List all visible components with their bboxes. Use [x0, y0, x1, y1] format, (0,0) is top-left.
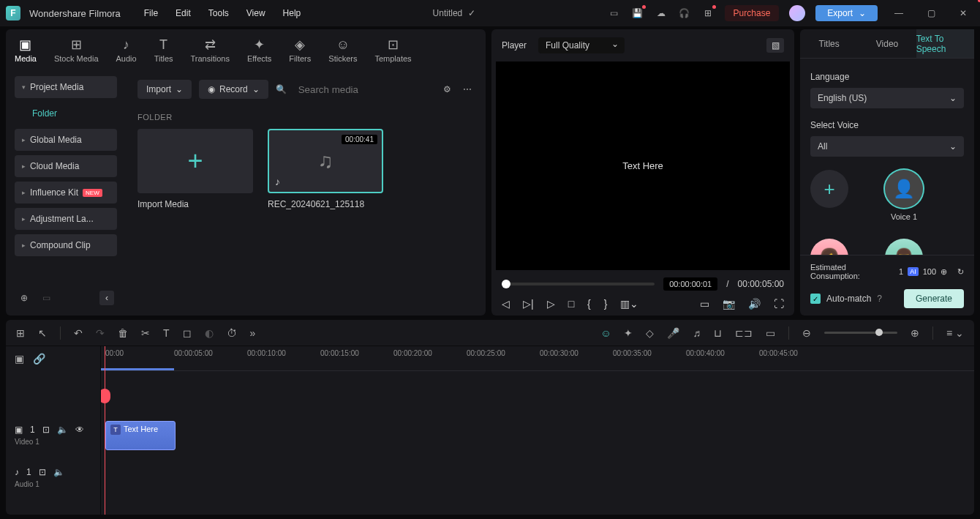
- maximize-button[interactable]: ▢: [920, 2, 942, 24]
- export-button[interactable]: Export⌄: [815, 5, 878, 21]
- save-icon[interactable]: 💾: [631, 7, 644, 20]
- rp-tab-video[interactable]: Video: [858, 29, 916, 58]
- time-ruler[interactable]: 00:00 00:00:05:00 00:00:10:00 00:00:15:0…: [101, 346, 974, 371]
- tl-color-icon[interactable]: ◐: [205, 327, 214, 339]
- tab-filters[interactable]: ◈Filters: [289, 37, 311, 63]
- zoom-slider[interactable]: [824, 332, 897, 334]
- tl-cut-icon[interactable]: ✂: [141, 327, 150, 339]
- cloud-upload-icon[interactable]: ☁: [655, 7, 668, 20]
- track-head-audio-1[interactable]: ♪1⊡🔈 Audio 1: [6, 456, 100, 499]
- tl-caption-icon[interactable]: ▭: [766, 327, 775, 339]
- sidebar-item-adjustment-layer[interactable]: ▸Adjustment La...: [15, 208, 117, 230]
- automatch-checkbox[interactable]: ✓: [810, 294, 821, 304]
- sidebar-item-influence-kit[interactable]: ▸Influence KitNEW: [15, 182, 117, 204]
- mark-in-button[interactable]: {: [587, 298, 591, 310]
- display-icon[interactable]: ▭: [700, 298, 709, 310]
- tab-transitions[interactable]: ⇄Transitions: [191, 37, 230, 63]
- tl-link-icon[interactable]: ⊏⊐: [735, 327, 753, 339]
- purchase-button[interactable]: Purchase: [725, 5, 780, 21]
- prev-frame-button[interactable]: ◁: [502, 298, 510, 310]
- cloud-sync-icon[interactable]: ✓: [468, 8, 475, 18]
- sidebar-item-project-media[interactable]: ▾Project Media: [15, 76, 117, 98]
- headset-icon[interactable]: 🎧: [678, 7, 691, 20]
- import-media-card[interactable]: + Import Media: [137, 129, 253, 209]
- tab-templates[interactable]: ⊡Templates: [374, 37, 411, 63]
- import-button[interactable]: Import⌄: [137, 80, 192, 99]
- generate-button[interactable]: Generate: [904, 289, 964, 308]
- tab-effects[interactable]: ✦Effects: [247, 37, 271, 63]
- tl-effects-icon[interactable]: ✦: [624, 327, 633, 339]
- close-button[interactable]: ✕: [952, 2, 974, 24]
- tab-stock-media[interactable]: ⊞Stock Media: [54, 37, 99, 63]
- audio-track-1[interactable]: [101, 456, 974, 499]
- tl-more-icon[interactable]: »: [250, 327, 256, 339]
- more-icon[interactable]: ⋯: [461, 83, 474, 96]
- tl-text-icon[interactable]: T: [163, 327, 170, 339]
- refresh-icon[interactable]: ↻: [957, 267, 964, 277]
- add-credits-icon[interactable]: ⊕: [941, 267, 947, 277]
- menu-edit[interactable]: Edit: [176, 8, 191, 18]
- tl-music-icon[interactable]: ♬: [693, 327, 701, 339]
- sidebar-item-global-media[interactable]: ▸Global Media: [15, 129, 117, 151]
- tab-stickers[interactable]: ☺Stickers: [328, 37, 357, 63]
- menu-file[interactable]: File: [144, 8, 158, 18]
- sidebar-item-cloud-media[interactable]: ▸Cloud Media: [15, 155, 117, 177]
- voice-jason[interactable]: 👨Jason: [885, 239, 923, 255]
- rp-tab-tts[interactable]: Text To Speech: [916, 29, 974, 58]
- preview-canvas[interactable]: Text Here: [496, 61, 790, 270]
- tl-snap-icon[interactable]: ▣: [15, 353, 24, 365]
- menu-help[interactable]: Help: [283, 8, 301, 18]
- tab-titles[interactable]: TTitles: [154, 37, 173, 63]
- track-head-video-1[interactable]: ▣1⊡🔈👁 Video 1: [6, 414, 100, 456]
- screen-icon[interactable]: ▭: [608, 7, 621, 20]
- minimize-button[interactable]: —: [888, 2, 910, 24]
- sidebar-item-compound-clip[interactable]: ▸Compound Clip: [15, 234, 117, 256]
- fullscreen-icon[interactable]: ⛶: [774, 298, 784, 310]
- ratio-button[interactable]: ▥⌄: [620, 298, 638, 310]
- tl-mic-icon[interactable]: 🎤: [667, 327, 679, 339]
- timeline-tracks[interactable]: 00:00 00:00:05:00 00:00:10:00 00:00:15:0…: [101, 346, 974, 515]
- rp-tab-titles[interactable]: Titles: [800, 29, 858, 58]
- zoom-out-icon[interactable]: ⊖: [802, 327, 811, 339]
- video-track-1[interactable]: TText Here: [101, 414, 974, 456]
- record-button[interactable]: ◉Record⌄: [199, 80, 268, 99]
- tl-speed-icon[interactable]: ⏱: [227, 327, 237, 339]
- camera-icon[interactable]: 📷: [723, 298, 735, 310]
- tl-cursor-icon[interactable]: ↖: [38, 327, 47, 339]
- zoom-in-icon[interactable]: ⊕: [911, 327, 919, 339]
- tab-audio[interactable]: ♪Audio: [116, 37, 137, 63]
- menu-tools[interactable]: Tools: [208, 8, 229, 18]
- tl-undo-icon[interactable]: ↶: [74, 327, 83, 339]
- tab-media[interactable]: ▣Media: [15, 37, 37, 63]
- collapse-sidebar-button[interactable]: ‹: [99, 291, 114, 305]
- voice-add[interactable]: +: [810, 170, 848, 221]
- search-input[interactable]: [294, 80, 433, 100]
- sidebar-item-folder[interactable]: Folder: [15, 102, 117, 124]
- voice-filter-select[interactable]: All⌄: [810, 136, 964, 157]
- step-button[interactable]: ▷|: [523, 298, 534, 310]
- scrub-bar[interactable]: [502, 283, 655, 285]
- filter-icon[interactable]: ⚙: [440, 83, 453, 96]
- menu-view[interactable]: View: [246, 8, 265, 18]
- mark-out-button[interactable]: }: [604, 298, 608, 310]
- tl-delete-icon[interactable]: 🗑: [118, 327, 128, 339]
- voice-1[interactable]: 👤Voice 1: [885, 170, 923, 221]
- tl-face-icon[interactable]: ☺: [600, 327, 611, 339]
- tl-linklock-icon[interactable]: 🔗: [33, 353, 45, 365]
- tl-crop-icon[interactable]: ◻: [183, 327, 192, 339]
- help-icon[interactable]: ?: [877, 294, 882, 304]
- tl-redo-icon[interactable]: ↷: [96, 327, 105, 339]
- snapshot-icon[interactable]: ▧: [766, 38, 784, 53]
- playhead[interactable]: [105, 346, 105, 515]
- stop-button[interactable]: □: [568, 298, 574, 310]
- tl-grid-icon[interactable]: ⊞: [16, 327, 25, 339]
- play-button[interactable]: ▷: [547, 298, 555, 310]
- voice-jenny[interactable]: 👩Jenny: [810, 239, 848, 255]
- apps-icon[interactable]: ⊞: [701, 7, 715, 20]
- language-select[interactable]: English (US)⌄: [810, 88, 964, 108]
- media-file-card[interactable]: 00:00:41 ♫ ♪ REC_20240621_125118: [268, 129, 383, 209]
- user-avatar[interactable]: [789, 5, 805, 21]
- tl-marker-icon[interactable]: ◇: [646, 327, 654, 339]
- new-folder-icon[interactable]: ⊕: [18, 291, 31, 305]
- quality-dropdown[interactable]: Full Quality: [538, 37, 625, 53]
